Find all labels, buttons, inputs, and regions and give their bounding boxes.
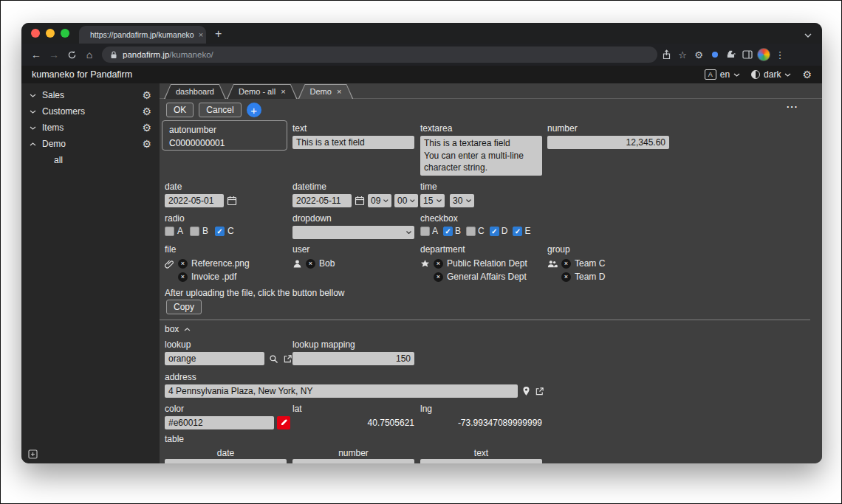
sidebar-gear-icon[interactable]: ⚙ xyxy=(142,122,151,133)
close-window-button[interactable] xyxy=(31,29,40,38)
sidebar-gear-icon[interactable]: ⚙ xyxy=(142,139,151,149)
profile-avatar[interactable] xyxy=(756,46,771,63)
browser-menu-icon[interactable]: ⋮ xyxy=(773,46,787,63)
ok-button[interactable]: OK xyxy=(166,103,194,117)
remove-group-icon[interactable]: × xyxy=(561,259,571,269)
date-input[interactable]: 2022-05-01 xyxy=(165,194,224,207)
reload-button[interactable] xyxy=(64,46,80,63)
add-button[interactable]: + xyxy=(247,103,261,117)
color-swatch-button[interactable] xyxy=(277,416,290,429)
lookup-input[interactable]: orange xyxy=(165,352,264,365)
location-pin-icon[interactable] xyxy=(522,386,530,396)
field-label: user xyxy=(292,244,335,255)
textarea-input[interactable]: This is a textarea field You can enter a… xyxy=(420,136,542,176)
radio-option[interactable]: C xyxy=(215,226,234,236)
table-cell-input[interactable] xyxy=(420,459,542,463)
remove-department-icon[interactable]: × xyxy=(434,272,443,282)
external-link-icon[interactable] xyxy=(535,387,544,396)
checkbox-icon[interactable] xyxy=(190,227,199,236)
radio-option[interactable]: A xyxy=(165,226,183,236)
back-button[interactable]: ← xyxy=(28,46,44,63)
new-tab-button[interactable]: + xyxy=(215,27,222,41)
checkbox-option[interactable]: C xyxy=(466,226,485,236)
tab-search-chevron-icon[interactable] xyxy=(804,33,812,38)
sidebar-gear-icon[interactable]: ⚙ xyxy=(142,90,151,100)
department-name[interactable]: Public Relation Dept xyxy=(447,258,527,269)
remove-group-icon[interactable]: × xyxy=(561,272,571,282)
table-cell-input[interactable] xyxy=(292,459,414,463)
copy-button[interactable]: Copy xyxy=(166,300,202,314)
group-name[interactable]: Team D xyxy=(575,272,605,282)
search-icon[interactable] xyxy=(269,354,278,364)
number-input[interactable]: 12,345.60 xyxy=(547,136,669,149)
sidebar-gear-icon[interactable]: ⚙ xyxy=(142,106,151,117)
sidebar-item-demo[interactable]: Demo ⚙ xyxy=(21,136,160,152)
settings-gear-icon[interactable]: ⚙ xyxy=(802,69,812,80)
checkbox-icon[interactable] xyxy=(443,227,453,236)
browser-tab[interactable]: https://pandafirm.jp/kumaneko × xyxy=(79,26,206,44)
checkbox-icon[interactable] xyxy=(215,227,225,236)
text-input[interactable]: This is a text field xyxy=(292,136,414,149)
tab-close-icon[interactable]: × xyxy=(199,30,203,39)
checkbox-option[interactable]: A xyxy=(420,226,438,236)
address-bar[interactable]: pandafirm.jp/kumaneko/ xyxy=(102,46,657,63)
theme-selector[interactable]: dark xyxy=(751,69,791,80)
zoom-window-button[interactable] xyxy=(61,29,69,38)
more-options-button[interactable]: ⋯ xyxy=(786,100,798,114)
sidebar-item-sales[interactable]: Sales ⚙ xyxy=(21,87,160,103)
datetime-date-input[interactable]: 2022-05-11 xyxy=(292,194,352,207)
checkbox-option[interactable]: E xyxy=(513,226,530,236)
table-cell-input[interactable] xyxy=(165,459,287,463)
tab-demo-all[interactable]: Demo - all × xyxy=(227,84,298,99)
cancel-button[interactable]: Cancel xyxy=(199,103,241,117)
checkbox-icon[interactable] xyxy=(466,227,476,236)
checkbox-icon[interactable] xyxy=(513,227,522,236)
share-icon[interactable] xyxy=(659,46,674,63)
radio-option[interactable]: B xyxy=(190,226,208,236)
checkbox-option[interactable]: B xyxy=(443,226,461,236)
side-panel-icon[interactable] xyxy=(740,46,755,63)
extension-gear-icon[interactable]: ⚙ xyxy=(691,46,706,63)
checkbox-option[interactable]: D xyxy=(490,226,508,236)
tab-dashboard[interactable]: dashboard xyxy=(164,84,226,99)
lookup-mapping-input[interactable]: 150 xyxy=(292,352,414,365)
group-name[interactable]: Team C xyxy=(575,258,605,269)
forward-button[interactable]: → xyxy=(46,46,62,63)
collapse-chevron-up-icon[interactable] xyxy=(184,328,191,331)
tab-demo[interactable]: Demo × xyxy=(298,84,354,99)
tab-close-icon[interactable]: × xyxy=(281,87,285,96)
datetime-hour-select[interactable]: 09 xyxy=(368,194,391,207)
address-input[interactable]: 4 Pennsylvania Plaza, New York, NY xyxy=(165,384,518,398)
dropdown-select[interactable] xyxy=(292,226,414,239)
remove-department-icon[interactable]: × xyxy=(434,259,443,269)
remove-user-icon[interactable]: × xyxy=(306,259,315,269)
file-name[interactable]: Invoice .pdf xyxy=(191,272,236,282)
file-name[interactable]: Reference.png xyxy=(191,258,250,269)
calendar-icon[interactable] xyxy=(227,196,237,206)
sidebar-item-items[interactable]: Items ⚙ xyxy=(21,120,160,136)
minimize-window-button[interactable] xyxy=(46,29,55,38)
external-link-icon[interactable] xyxy=(283,354,292,364)
checkbox-icon[interactable] xyxy=(490,227,499,236)
time-hour-select[interactable]: 15 xyxy=(420,194,445,207)
calendar-icon[interactable] xyxy=(355,196,365,206)
datetime-minute-select[interactable]: 00 xyxy=(394,194,418,207)
sidebar-add-icon[interactable] xyxy=(28,449,38,459)
remove-file-icon[interactable]: × xyxy=(178,259,188,269)
checkbox-icon[interactable] xyxy=(165,227,174,236)
time-minute-select[interactable]: 30 xyxy=(450,194,474,207)
extensions-puzzle-icon[interactable] xyxy=(724,46,739,63)
box-section-header[interactable]: box xyxy=(165,324,191,334)
extension-dot-icon[interactable] xyxy=(708,46,722,63)
remove-file-icon[interactable]: × xyxy=(178,272,188,282)
department-name[interactable]: General Affairs Dept xyxy=(447,272,527,282)
sidebar-item-demo-all[interactable]: all xyxy=(21,152,160,168)
sidebar-item-customers[interactable]: Customers ⚙ xyxy=(21,103,160,120)
color-input[interactable]: #e60012 xyxy=(165,416,274,429)
home-button[interactable]: ⌂ xyxy=(81,46,97,63)
checkbox-icon[interactable] xyxy=(420,227,430,236)
tab-close-icon[interactable]: × xyxy=(337,87,341,96)
language-selector[interactable]: A en xyxy=(705,69,740,80)
user-name[interactable]: Bob xyxy=(319,258,335,269)
bookmark-star-icon[interactable]: ☆ xyxy=(675,46,690,63)
